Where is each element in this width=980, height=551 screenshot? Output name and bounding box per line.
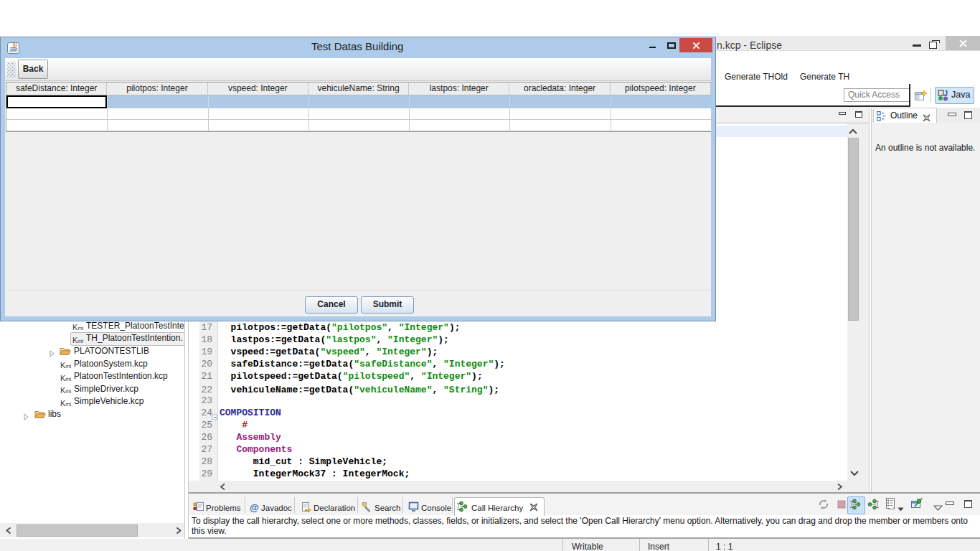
svg-text:J: J [944,90,948,98]
